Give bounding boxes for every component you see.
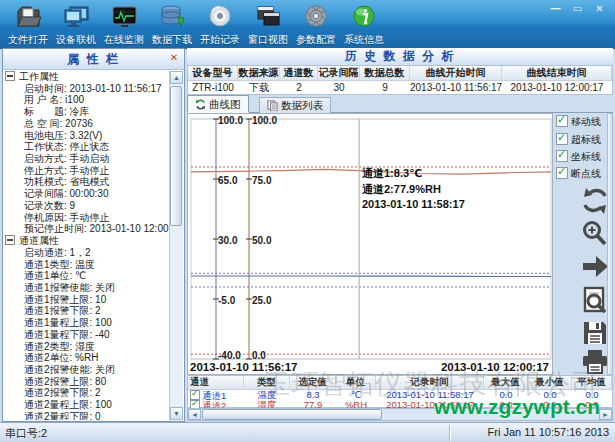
tree-item[interactable]: 通道2报警下限: 2 — [5, 387, 170, 399]
sidebar-close-icon[interactable]: ✕ — [167, 51, 181, 65]
tree-item[interactable]: 记录次数: 9 — [5, 200, 170, 212]
save-icon[interactable] — [580, 318, 610, 348]
toolbar-label: 设备联机 — [52, 33, 100, 47]
curve-refresh-icon — [195, 98, 206, 115]
checkbox[interactable]: ✓ — [556, 115, 568, 127]
col-header: 最小值 — [528, 376, 572, 389]
curve-end-time: 2013-01-10 12:00:17 — [502, 81, 612, 95]
tree-item[interactable]: 通道1类型: 温度 — [5, 259, 170, 271]
window-view-icon — [244, 2, 292, 33]
table-row-channel1[interactable]: ✓通道1 温度 8.3 ℃ 2013-01-10 11:58:17 0.0 0.… — [188, 390, 612, 400]
system-info-button[interactable]: 系统信息 — [340, 2, 388, 46]
tree-item[interactable]: 记录间隔: 00:00:30 — [5, 188, 170, 200]
collapse-icon[interactable] — [5, 71, 15, 81]
col-header: 数据来源 — [238, 66, 280, 80]
tree-item[interactable]: 通道2量程上限: 100 — [5, 399, 170, 411]
scroll-left-icon[interactable]: ◄ — [188, 409, 201, 420]
device-table-header: 设备型号 数据来源 通道数 记录间隔 数据总数 曲线开始时间 曲线结束时间 — [188, 66, 612, 81]
window-view-button[interactable]: 窗口视图 — [244, 2, 292, 46]
checkbox[interactable]: ✓ — [556, 133, 568, 145]
device-table-row[interactable]: ZTR-i100 下载 2 30 9 2013-01-10 11:56:17 2… — [188, 81, 612, 95]
temp-tick: -5.0 — [218, 295, 235, 306]
tree-section-work[interactable]: 工作属性 — [5, 71, 170, 83]
col-header: 最大值 — [484, 376, 528, 389]
tree-item[interactable]: 通道1量程上限: 100 — [5, 317, 170, 329]
online-monitor-button[interactable]: 在线监测 — [100, 2, 148, 46]
scrollbar-thumb[interactable] — [170, 86, 182, 226]
toolbar-label: 参数配置 — [292, 33, 340, 47]
unit: ℃ — [336, 390, 376, 400]
device-online-button[interactable]: 设备联机 — [52, 2, 100, 46]
tree-item[interactable]: 启动通道: 1，2 — [5, 247, 170, 259]
horizontal-scrollbar[interactable]: ◄ ► — [187, 408, 613, 421]
col-header: 平均值 — [572, 376, 612, 389]
properties-tree: 工作属性 启动时间: 2013-01-10 11:56:17 用 户 名: i1… — [5, 71, 170, 420]
tab-label: 数据列表 — [281, 99, 323, 111]
minimize-button[interactable]: — — [548, 3, 563, 16]
tree-item[interactable]: 通道2量程下限: 0 — [5, 411, 170, 420]
start-record-button[interactable]: 开始记录 — [196, 2, 244, 46]
tree-item[interactable]: 停机原因: 手动停止 — [5, 212, 170, 224]
tree-item[interactable]: 通道1报警使能: 关闭 — [5, 282, 170, 294]
tree-item[interactable]: 标 题: 冷库 — [5, 106, 170, 118]
maximize-button[interactable]: ▭ — [570, 3, 585, 16]
tree-item[interactable]: 通道1量程下限: -40 — [5, 329, 170, 341]
temp-tick: 30.0 — [218, 235, 237, 246]
toolbar-label: 窗口视图 — [244, 33, 292, 47]
tree-item[interactable]: 工作状态: 停止状态 — [5, 141, 170, 153]
scroll-up-icon[interactable]: ▲ — [170, 71, 183, 84]
scrollbar-thumb[interactable] — [202, 409, 382, 420]
sidebar-title: 属 性 栏 — [3, 49, 184, 70]
tree-item[interactable]: 通道2单位: %RH — [5, 352, 170, 364]
tree-section-channel[interactable]: 通道属性 — [5, 235, 170, 247]
settings-button[interactable]: 参数配置 — [292, 2, 340, 46]
online-monitor-icon — [100, 2, 148, 33]
right-scroll-strip[interactable] — [607, 113, 613, 375]
tree-item[interactable]: 用 户 名: i100 — [5, 94, 170, 106]
scroll-down-icon[interactable]: ▼ — [170, 407, 183, 420]
tree-item[interactable]: 预记停止时间: 2013-01-10 12:00:47 — [5, 223, 170, 235]
channel1-checkbox[interactable]: ✓ — [190, 390, 200, 400]
status-bar: 串口号:2 Fri Jan 11 10:57:16 2013 — [0, 422, 615, 442]
curve-plot[interactable] — [189, 115, 553, 363]
tree-item[interactable]: 停止方式: 手动停止 — [5, 165, 170, 177]
arrow-right-icon[interactable] — [580, 252, 610, 282]
channel-count: 2 — [280, 81, 318, 95]
tree-item[interactable]: 通道2报警使能: 关闭 — [5, 364, 170, 376]
refresh-icon[interactable] — [580, 186, 610, 216]
tree-item[interactable]: 通道1单位: ℃ — [5, 270, 170, 282]
tree-item[interactable]: 启动时间: 2013-01-10 11:56:17 — [5, 83, 170, 95]
print-icon[interactable] — [580, 348, 610, 378]
scroll-right-icon[interactable]: ► — [599, 409, 612, 420]
history-analysis-title: 历 史 数 据 分 析 — [187, 48, 613, 66]
checkbox-breakpoint-line[interactable]: ✓断点线 — [556, 167, 601, 184]
tab-curve-chart[interactable]: 曲线图 — [187, 95, 249, 113]
tree-item[interactable]: 通道1报警上限: 10 — [5, 294, 170, 306]
curve-chart-panel: 100.0 65.0 30.0 -5.0 -40.0 100.0 75.0 50… — [187, 113, 553, 375]
preview-icon[interactable] — [580, 285, 610, 315]
tree-item[interactable]: 电池电压: 3.32(V) — [5, 130, 170, 142]
checkbox-moving-line[interactable]: ✓移动线 — [556, 115, 601, 132]
col-header: 通道数 — [280, 66, 318, 80]
checkbox[interactable]: ✓ — [556, 167, 568, 179]
tree-item[interactable]: 通道2报警上限: 80 — [5, 376, 170, 388]
window-controls: — ▭ ✕ — [548, 3, 607, 16]
tree-item[interactable]: 总 空 间: 20736 — [5, 118, 170, 130]
col-header: 通道 — [188, 376, 244, 389]
data-download-button[interactable]: 数据下载 — [148, 2, 196, 46]
max-value: 0.0 — [484, 390, 528, 400]
curve-start-time: 2013-01-10 11:56:17 — [410, 81, 502, 95]
tab-data-list[interactable]: 数据列表 — [259, 97, 331, 113]
close-button[interactable]: ✕ — [592, 3, 607, 16]
collapse-icon[interactable] — [5, 235, 15, 245]
tree-item[interactable]: 通道1报警下限: 2 — [5, 305, 170, 317]
col-header: 单位 — [336, 376, 376, 389]
open-file-button[interactable]: 文件打开 — [4, 2, 52, 46]
tree-item[interactable]: 通道2类型: 湿度 — [5, 341, 170, 353]
tree-item[interactable]: 启动方式: 手动启动 — [5, 153, 170, 165]
zoom-in-icon[interactable] — [580, 219, 610, 249]
sidebar-scrollbar[interactable]: ▲ ▼ — [169, 71, 183, 420]
serial-port-status: 串口号:2 — [5, 426, 47, 441]
checkbox[interactable]: ✓ — [556, 150, 568, 162]
tree-item[interactable]: 功耗模式: 省电模式 — [5, 176, 170, 188]
